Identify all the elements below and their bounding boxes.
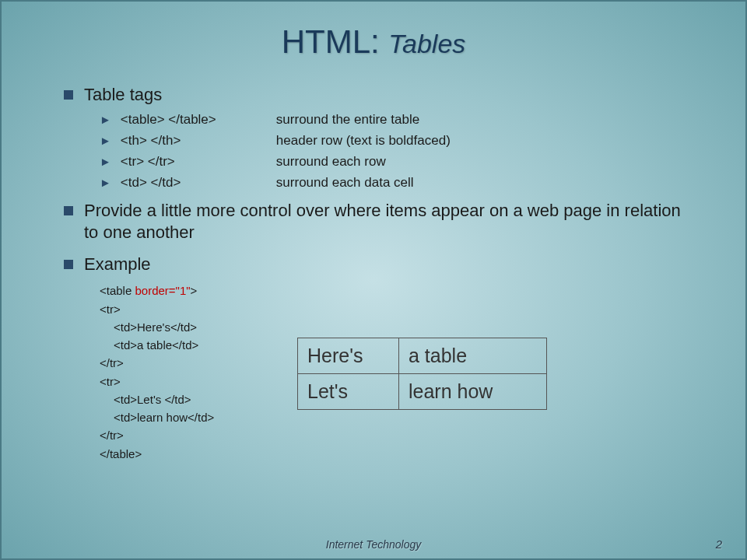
arrow-bullet-icon: ►: [100, 176, 111, 189]
footer-text: Internet Technology: [2, 538, 745, 551]
arrow-bullet-icon: ►: [100, 134, 111, 147]
title-sub: Tables: [388, 29, 465, 58]
arrow-bullet-icon: ►: [100, 155, 111, 168]
tag-item: ► <table> </table> surround the entire t…: [100, 112, 699, 128]
square-bullet-icon: [64, 206, 73, 215]
tag-list: ► <table> </table> surround the entire t…: [100, 112, 699, 191]
bullet-example: Example: [64, 254, 699, 276]
table-row: Let's learn how: [298, 374, 547, 410]
table-cell: learn how: [399, 374, 547, 410]
table-cell: Here's: [298, 338, 399, 374]
title-main: HTML:: [282, 23, 380, 60]
page-number: 2: [716, 537, 722, 551]
tag-item: ► <td> </td> surround each data cell: [100, 175, 699, 191]
rendered-table: Here's a table Let's learn how: [297, 338, 547, 410]
table-cell: Let's: [298, 374, 399, 410]
table-row: Here's a table: [298, 338, 547, 374]
tag-item: ► <tr> </tr> surround each row: [100, 154, 699, 170]
slide-title: HTML: Tables: [2, 2, 745, 61]
tag-item: ► <th> </th> header row (text is boldfac…: [100, 133, 699, 149]
bullet-table-tags: Table tags: [64, 84, 699, 107]
bullet-control: Provide a little more control over where…: [64, 200, 699, 244]
square-bullet-icon: [64, 260, 73, 269]
table-cell: a table: [399, 338, 547, 374]
square-bullet-icon: [64, 90, 73, 100]
arrow-bullet-icon: ►: [100, 113, 111, 126]
